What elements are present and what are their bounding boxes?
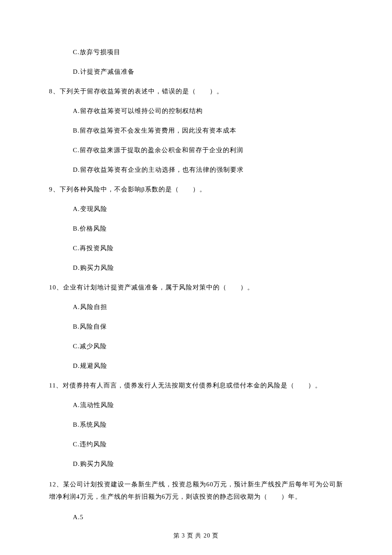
q10-stem: 10、企业有计划地计提资产减值准备，属于风险对策中的（ ）。	[49, 282, 343, 292]
q11-option-b: B.系统风险	[73, 419, 343, 430]
q9-option-d: D.购买力风险	[73, 263, 343, 273]
q11-option-a: A.流动性风险	[73, 400, 343, 410]
q11-option-c: C.违约风险	[73, 439, 343, 449]
q8-stem: 8、下列关于留存收益筹资的表述中，错误的是（ ）。	[49, 86, 343, 96]
q7-option-d: D.计提资产减值准备	[73, 66, 343, 77]
q8-option-d: D.留存收益筹资有企业的主动选择，也有法律的强制要求	[73, 165, 343, 175]
q9-option-a: A.变现风险	[73, 204, 343, 214]
q9-option-b: B.价格风险	[73, 223, 343, 234]
page-content: C.放弃亏损项目 D.计提资产减值准备 8、下列关于留存收益筹资的表述中，错误的…	[0, 0, 392, 522]
q8-option-a: A.留存收益筹资可以维持公司的控制权结构	[73, 106, 343, 116]
q11-option-d: D.购买力风险	[73, 459, 343, 469]
q11-stem: 11、对债券持有人而言，债券发行人无法按期支付债券利息或偿付本金的风险是（ ）。	[49, 380, 343, 390]
page-footer: 第 3 页 共 20 页	[0, 532, 392, 540]
q8-option-c: C.留存收益来源于提取的盈余公积金和留存于企业的利润	[73, 145, 343, 155]
q10-option-c: C.减少风险	[73, 341, 343, 351]
q10-option-b: B.风险自保	[73, 321, 343, 332]
q10-option-a: A.风险自担	[73, 302, 343, 312]
q9-stem: 9、下列各种风险中，不会影响β系数的是（ ）。	[49, 184, 343, 194]
q12-stem: 12、某公司计划投资建设一条新生产线，投资总额为60万元，预计新生产线投产后每年…	[49, 478, 343, 503]
q9-option-c: C.再投资风险	[73, 243, 343, 253]
q10-option-d: D.规避风险	[73, 361, 343, 371]
q7-option-c: C.放弃亏损项目	[73, 47, 343, 57]
q12-option-a: A.5	[73, 512, 343, 522]
q8-option-b: B.留存收益筹资不会发生筹资费用，因此没有资本成本	[73, 125, 343, 136]
